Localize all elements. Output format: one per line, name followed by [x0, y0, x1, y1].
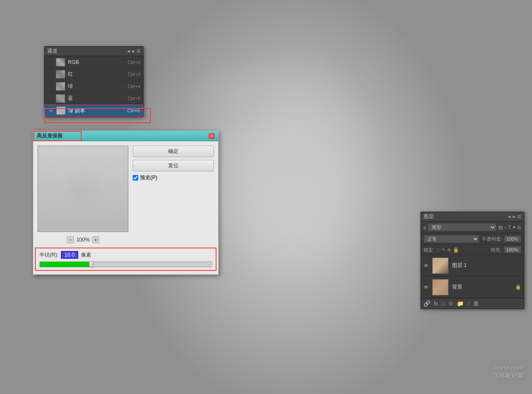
blend-mode-select[interactable]: 正常 [424, 235, 479, 243]
highpass-preview-label: 预览(P) [140, 174, 157, 181]
highpass-preview-checkbox[interactable] [133, 175, 138, 181]
channel-shortcut-green: Ctrl+4 [127, 84, 140, 89]
highpass-title: 高反差保留 [37, 132, 63, 140]
channels-menu-btn[interactable]: ☰ [137, 49, 140, 54]
layers-panel-header: 图层 ◄◄ ☰ [421, 212, 524, 222]
layer-name-background: 背景 [452, 283, 515, 291]
radius-unit: 像素 [81, 251, 91, 259]
preview-zoom-controls: − 100% + [38, 236, 128, 243]
channel-row-rgb[interactable]: RGB Ctrl+2 [45, 56, 143, 68]
layers-filter-text-icon[interactable]: T [508, 225, 511, 230]
highpass-close-btn[interactable]: ✕ [209, 133, 215, 139]
opacity-input[interactable] [504, 235, 521, 242]
layers-search-icon: ρ [424, 225, 426, 230]
channel-name-rgb: RGB [68, 59, 127, 65]
radius-label: 半径(R): [39, 251, 58, 259]
lock-position-icon[interactable]: ⊕ [447, 247, 451, 253]
highpass-preview [38, 146, 128, 232]
layers-panel: 图层 ◄◄ ☰ ρ 类型 ▤ ○ T ✦ fx 正常 不透明度: 锁定: □ [421, 212, 524, 309]
channel-eye-blue[interactable] [47, 95, 54, 102]
layers-filter-smart-icon[interactable]: fx [517, 225, 521, 230]
layers-filter-adj-icon[interactable]: ○ [504, 225, 507, 230]
lock-label: 锁定: [424, 247, 434, 253]
lock-row: 锁定: □ ✎ ⊕ 🔒 填充: [421, 245, 524, 255]
layer-new-icon[interactable]: ↑ [467, 300, 470, 307]
channel-eye-red[interactable] [47, 71, 54, 78]
channel-shortcut-rgb: Ctrl+2 [127, 60, 140, 65]
highpass-reset-btn[interactable]: 复位 [133, 160, 214, 172]
channel-name-red: 红 [68, 70, 127, 78]
channel-name-blue: 蓝 [68, 95, 127, 102]
highpass-body: − 100% + 确定 复位 预览(P) [33, 141, 218, 248]
blend-row: 正常 不透明度: [421, 233, 524, 245]
channel-shortcut-green-copy: Ctrl+6 [127, 108, 140, 113]
highpass-controls: 确定 复位 预览(P) [133, 146, 214, 243]
layers-filter-shape-icon[interactable]: ✦ [512, 225, 516, 230]
layer-link-icon[interactable]: 🔗 [424, 300, 430, 307]
lock-all-icon[interactable]: 🔒 [453, 247, 459, 253]
watermark: fevte.com 飞特教程网 [493, 364, 523, 381]
zoom-in-btn[interactable]: + [92, 236, 99, 243]
opacity-row: 不透明度: [482, 235, 521, 242]
layer-fx-icon[interactable]: fx [434, 300, 438, 307]
channel-thumb-blue [56, 94, 65, 103]
channel-name-green: 绿 [68, 83, 127, 90]
layer-thumb-background [432, 279, 449, 296]
radius-row: 半径(R): 10.0 像素 [39, 251, 212, 259]
lock-icons: □ ✎ ⊕ 🔒 [437, 247, 459, 253]
highpass-preview-checkbox-row: 预览(P) [133, 174, 214, 181]
layer-adjustment-icon[interactable]: ⊙ [449, 300, 453, 307]
channels-panel-title: 通道 [47, 48, 57, 55]
radius-slider-container [39, 261, 212, 267]
radius-value[interactable]: 10.0 [61, 251, 78, 259]
layer-group-icon[interactable]: 📁 [457, 300, 464, 307]
layer-name-layer1: 图层 1 [452, 262, 521, 269]
channel-row-blue[interactable]: 蓝 Ctrl+5 [45, 92, 143, 105]
channel-thumb-red [56, 70, 65, 79]
layers-filter-select[interactable]: 类型 [428, 223, 497, 231]
layers-panel-controls: ◄◄ ☰ [507, 214, 521, 219]
layers-panel-title: 图层 [424, 213, 434, 220]
radius-slider[interactable] [39, 261, 212, 267]
channel-eye-rgb[interactable] [47, 59, 54, 66]
channel-thumb-green-copy [56, 106, 66, 115]
layer-thumb-layer1 [432, 257, 449, 274]
highpass-preview-inner [38, 146, 128, 232]
layers-filter-icons: ▤ ○ T ✦ fx [498, 225, 521, 230]
zoom-value: 100% [76, 237, 90, 243]
channels-collapse-btn[interactable]: ◄◄ [126, 49, 135, 54]
channel-eye-green[interactable] [47, 83, 54, 90]
highpass-ok-btn[interactable]: 确定 [133, 146, 214, 157]
channel-row-red[interactable]: 红 Ctrl+3 [45, 68, 143, 80]
layer-eye-background[interactable]: 👁 [424, 284, 430, 290]
layers-menu-btn[interactable]: ☰ [517, 214, 521, 219]
layer-row-layer1[interactable]: 👁 图层 1 [421, 255, 524, 276]
channels-panel-controls: ◄◄ ☰ [126, 49, 140, 54]
highpass-radius-section: 半径(R): 10.0 像素 [35, 248, 217, 271]
channels-panel-header: 通道 ◄◄ ☰ [45, 47, 143, 56]
fill-input[interactable] [504, 246, 521, 253]
layers-filter-pixel-icon[interactable]: ▤ [498, 225, 503, 230]
layer-row-background[interactable]: 👁 背景 🔒 [421, 276, 524, 298]
radius-slider-thumb[interactable] [89, 261, 93, 268]
lock-pixels-icon[interactable]: ✎ [442, 247, 446, 253]
channels-panel: 通道 ◄◄ ☰ RGB Ctrl+2 红 Ctrl+3 绿 Ctrl+4 蓝 C… [44, 46, 143, 117]
layer-eye-layer1[interactable]: 👁 [424, 263, 430, 269]
background-lock-icon: 🔒 [515, 284, 521, 290]
channel-shortcut-red: Ctrl+3 [127, 72, 140, 77]
opacity-label: 不透明度: [482, 236, 502, 242]
zoom-out-btn[interactable]: − [67, 236, 74, 243]
channel-row-green[interactable]: 绿 Ctrl+4 [45, 80, 143, 92]
lock-transparent-icon[interactable]: □ [437, 247, 440, 253]
channel-thumb-rgb [56, 58, 65, 67]
highpass-titlebar: 高反差保留 ✕ [33, 131, 218, 141]
layers-bottom-bar: 🔗 fx □ ⊙ 📁 ↑ 🗑 [421, 298, 524, 308]
layer-mask-icon[interactable]: □ [442, 300, 445, 307]
fill-label: 填充: [491, 247, 501, 253]
layers-toolbar: ρ 类型 ▤ ○ T ✦ fx [421, 222, 524, 233]
layer-delete-icon[interactable]: 🗑 [473, 300, 479, 307]
channel-name-green-copy: 绿 副本 [68, 107, 127, 114]
channel-eye-green-copy[interactable] [48, 107, 54, 114]
layers-collapse-btn[interactable]: ◄◄ [507, 214, 516, 219]
channel-row-green-copy[interactable]: 绿 副本 Ctrl+6 [45, 105, 143, 117]
